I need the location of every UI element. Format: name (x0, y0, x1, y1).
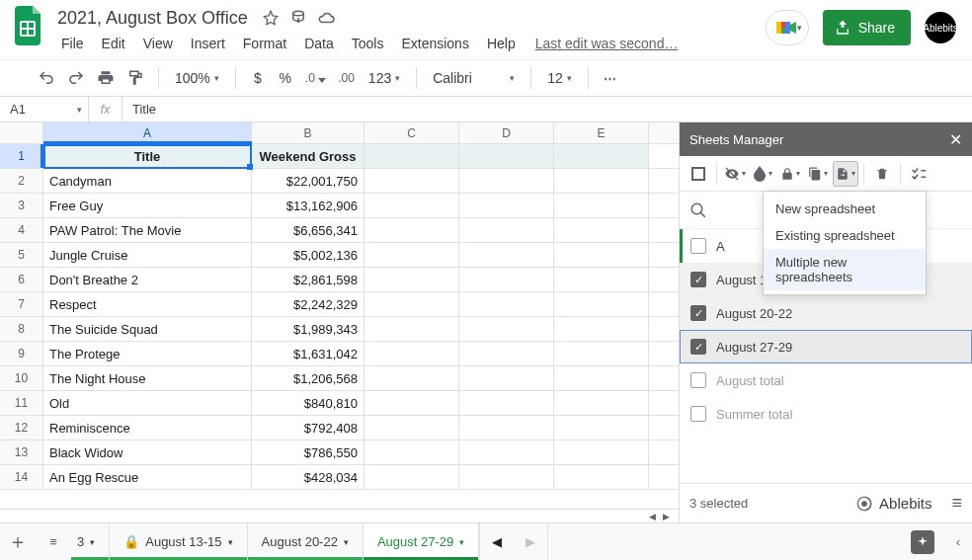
cell[interactable] (554, 440, 649, 464)
cell[interactable]: An Egg Rescue (43, 465, 252, 489)
cell[interactable]: The Protege (43, 342, 252, 365)
cell[interactable] (554, 342, 649, 365)
checkbox-icon[interactable] (690, 372, 706, 388)
cell[interactable] (364, 268, 459, 291)
chevron-down-icon[interactable]: ▾ (228, 537, 233, 547)
panel-lock-button[interactable] (777, 161, 803, 187)
cell[interactable] (459, 144, 554, 168)
sheet-list-item[interactable]: ✓August 27-29 (680, 330, 972, 363)
cell[interactable]: $428,034 (252, 465, 364, 489)
dropdown-existing-spreadsheet[interactable]: Existing spreadsheet (764, 222, 926, 249)
col-header-c[interactable]: C (364, 122, 459, 143)
sheet-tab[interactable]: 🔒August 13-15▾ (110, 523, 247, 560)
cell[interactable] (364, 440, 459, 464)
cloud-status-icon[interactable] (317, 9, 335, 27)
row-header[interactable]: 2 (0, 169, 43, 193)
toolbar-more-button[interactable]: ⋯ (599, 65, 622, 91)
sheets-logo[interactable] (10, 6, 49, 45)
cell[interactable] (459, 169, 554, 193)
paint-format-button[interactable] (122, 65, 148, 91)
row-header[interactable]: 1 (0, 144, 43, 168)
menu-format[interactable]: Format (235, 34, 294, 53)
hscroll-right[interactable]: ▶ (659, 510, 673, 523)
cell[interactable] (554, 292, 649, 316)
sheet-list-item[interactable]: ✓August 20-22 (680, 296, 972, 330)
cell[interactable]: Weekend Gross (252, 144, 364, 168)
cell[interactable] (554, 144, 649, 168)
sheet-list-item[interactable]: Summer total (680, 397, 972, 431)
ablebits-brand[interactable]: Ablebits (855, 495, 932, 513)
cell[interactable] (364, 416, 459, 440)
cell[interactable] (459, 218, 554, 242)
cell[interactable] (459, 292, 554, 316)
dropdown-new-spreadsheet[interactable]: New spreadsheet (764, 196, 926, 222)
row-header[interactable]: 6 (0, 268, 43, 291)
collapse-side-panel-button[interactable]: ‹ (956, 534, 960, 549)
row-header[interactable]: 13 (0, 440, 43, 464)
checkbox-icon[interactable] (690, 406, 706, 422)
checkbox-icon[interactable]: ✓ (690, 272, 706, 287)
cell[interactable]: $2,242,329 (252, 292, 364, 316)
menu-file[interactable]: File (53, 34, 92, 53)
cell[interactable] (459, 317, 554, 341)
star-icon[interactable] (262, 9, 280, 27)
col-header-e[interactable]: E (554, 122, 649, 143)
cell[interactable] (459, 440, 554, 464)
cell[interactable] (459, 194, 554, 217)
sheet-tab[interactable]: 3▾ (71, 523, 110, 560)
cell[interactable]: $840,810 (252, 391, 364, 415)
zoom-dropdown[interactable]: 100%▾ (169, 70, 225, 86)
panel-copy-button[interactable] (805, 161, 831, 187)
cell[interactable]: $786,550 (252, 440, 364, 464)
name-box[interactable]: A1▾ (0, 97, 89, 121)
select-all-corner[interactable] (0, 122, 43, 143)
panel-close-button[interactable]: ✕ (949, 130, 962, 149)
explore-button[interactable] (911, 530, 934, 554)
cell[interactable] (459, 366, 554, 390)
cell[interactable] (459, 268, 554, 291)
row-header[interactable]: 7 (0, 292, 43, 316)
sheet-nav-prev[interactable]: ◀ (480, 523, 514, 561)
cell[interactable]: $1,206,568 (252, 366, 364, 390)
dropdown-multiple-new-spreadsheets[interactable]: Multiple new spreadsheets (764, 249, 926, 290)
cell[interactable]: Reminiscence (43, 416, 252, 440)
cell[interactable] (364, 218, 459, 242)
cell[interactable] (364, 169, 459, 193)
account-avatar[interactable]: Ablebits (925, 12, 956, 43)
cell[interactable]: $22,001,750 (252, 169, 364, 193)
cell[interactable] (459, 342, 554, 365)
cell[interactable]: $1,631,042 (252, 342, 364, 365)
menu-edit[interactable]: Edit (94, 34, 133, 53)
cell[interactable] (459, 243, 554, 267)
hscroll-left[interactable]: ◀ (645, 510, 659, 523)
last-edit-link[interactable]: Last edit was second… (535, 36, 679, 51)
col-header-d[interactable]: D (459, 122, 554, 143)
panel-visibility-button[interactable] (722, 161, 748, 187)
cell[interactable]: The Night House (43, 366, 252, 390)
panel-delete-button[interactable] (869, 161, 895, 187)
spreadsheet-grid[interactable]: A B C D E 1TitleWeekend Gross2Candyman$2… (0, 122, 679, 522)
increase-decimal-button[interactable]: .00 (334, 65, 359, 91)
panel-options-button[interactable] (906, 161, 932, 187)
sheet-tab[interactable]: August 27-29▾ (364, 523, 479, 560)
add-sheet-button[interactable]: ＋ (0, 523, 36, 560)
cell[interactable]: Old (43, 391, 252, 415)
col-header-b[interactable]: B (252, 122, 364, 143)
cell[interactable] (554, 194, 649, 217)
cell[interactable] (364, 366, 459, 390)
cell[interactable]: $6,656,341 (252, 218, 364, 242)
row-header[interactable]: 8 (0, 317, 43, 341)
row-header[interactable]: 9 (0, 342, 43, 365)
move-to-drive-icon[interactable] (289, 9, 307, 27)
number-format-dropdown[interactable]: 123▾ (363, 70, 406, 86)
checkbox-icon[interactable] (690, 238, 706, 254)
print-button[interactable] (93, 65, 119, 91)
cell[interactable]: $13,162,906 (252, 194, 364, 217)
row-header[interactable]: 12 (0, 416, 43, 440)
cell[interactable] (554, 366, 649, 390)
cell[interactable]: Respect (43, 292, 252, 316)
decrease-decimal-button[interactable]: .0 (301, 65, 330, 91)
panel-color-button[interactable] (750, 161, 775, 187)
checkbox-icon[interactable]: ✓ (690, 305, 706, 321)
cell[interactable] (364, 194, 459, 217)
